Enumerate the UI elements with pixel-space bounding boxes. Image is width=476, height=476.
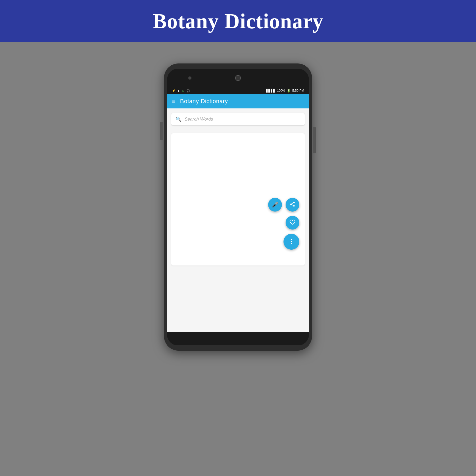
- svg-line-3: [292, 204, 293, 205]
- headphone-icon: 🎧: [186, 89, 190, 93]
- phone-screen: ≡ Botany Dictionary 🔍 Search Words 🎤: [167, 94, 309, 332]
- phone-power-button: [313, 127, 316, 153]
- banner-title: Botany Dictionary: [153, 9, 323, 33]
- svg-point-2: [293, 205, 295, 207]
- app-bar-title: Botany Dictionary: [180, 98, 228, 105]
- fab-area: 🎤: [268, 198, 299, 250]
- circle-app-icon: ⊙: [182, 89, 184, 93]
- phone-volume-button: [160, 122, 163, 140]
- heart-icon: [290, 219, 295, 226]
- signal-icon: ▋▋▋▋: [266, 89, 276, 93]
- svg-point-0: [293, 202, 295, 203]
- battery-percent: 100%: [277, 89, 285, 93]
- status-bar: ⚡ ▶ ⊙ 🎧 ▋▋▋▋ 100% 🔋 5:50 PM: [167, 87, 309, 94]
- svg-point-1: [290, 203, 292, 205]
- share-fab-button[interactable]: [286, 198, 299, 212]
- battery-icon: 🔋: [287, 89, 291, 93]
- phone-bottom: [167, 332, 309, 345]
- top-banner: Botany Dictionary: [0, 0, 476, 42]
- phone-speaker: [188, 76, 191, 80]
- content-area: 🎤: [171, 133, 305, 266]
- status-icons-left: ⚡ ▶ ⊙ 🎧: [172, 89, 190, 93]
- play-icon: ▶: [178, 89, 180, 93]
- share-icon: [290, 201, 295, 208]
- usb-icon: ⚡: [172, 89, 176, 93]
- search-container: 🔍 Search Words: [167, 108, 309, 129]
- hamburger-menu-icon[interactable]: ≡: [172, 98, 175, 104]
- main-area: ⚡ ▶ ⊙ 🎧 ▋▋▋▋ 100% 🔋 5:50 PM ≡ Botany Dic…: [0, 42, 476, 476]
- search-icon: 🔍: [176, 116, 181, 122]
- phone-notch: [167, 69, 309, 87]
- mic-fab-button[interactable]: 🎤: [268, 198, 282, 212]
- fab-row-middle: [286, 216, 299, 230]
- clock: 5:50 PM: [292, 89, 304, 93]
- mic-icon: 🎤: [272, 202, 278, 208]
- app-bar: ≡ Botany Dictionary: [167, 94, 309, 108]
- phone-frame: ⚡ ▶ ⊙ 🎧 ▋▋▋▋ 100% 🔋 5:50 PM ≡ Botany Dic…: [164, 63, 312, 351]
- search-placeholder[interactable]: Search Words: [185, 117, 213, 122]
- status-icons-right: ▋▋▋▋ 100% 🔋 5:50 PM: [266, 89, 304, 93]
- search-box[interactable]: 🔍 Search Words: [171, 113, 305, 125]
- more-fab-button[interactable]: ⋮: [283, 234, 299, 250]
- svg-line-4: [292, 203, 293, 204]
- fab-row-bottom: ⋮: [281, 234, 299, 250]
- favorite-fab-button[interactable]: [286, 216, 299, 230]
- fab-row-top: 🎤: [268, 198, 299, 212]
- more-icon: ⋮: [288, 239, 295, 245]
- phone-camera: [235, 75, 241, 81]
